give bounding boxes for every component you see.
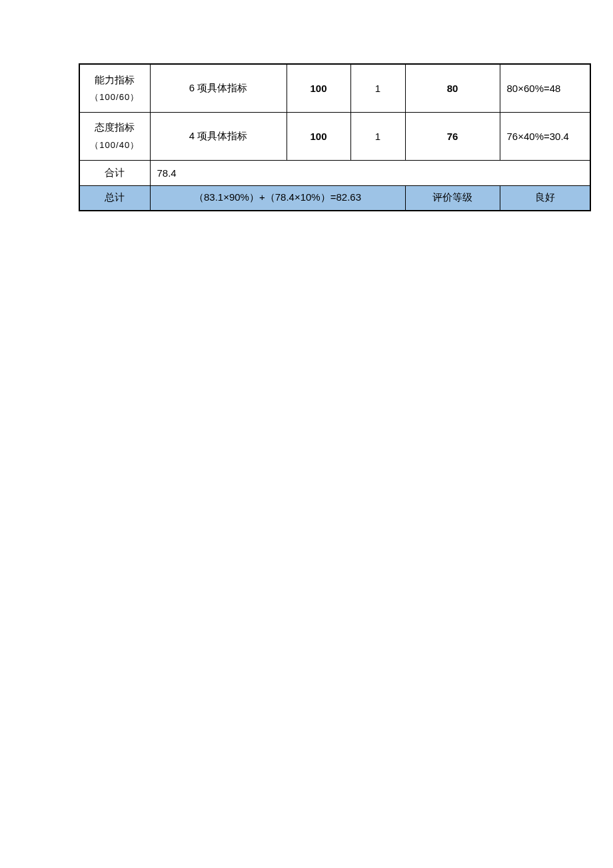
row-label: 态度指标 （100/40） [79,112,150,160]
row-label: 能力指标 （100/60） [79,64,150,112]
row-max: 100 [287,112,350,160]
row-desc: 4 项具体指标 [150,112,287,160]
label-line1: 能力指标 [84,71,146,90]
row-score: 80 [405,64,500,112]
grade-value: 良好 [500,185,590,211]
grade-label: 评价等级 [405,185,500,211]
row-desc: 6 项具体指标 [150,64,287,112]
row-max: 100 [287,64,350,112]
total-label: 总计 [79,185,150,211]
table-row: 能力指标 （100/60） 6 项具体指标 100 1 80 80×60%=48 [79,64,590,112]
evaluation-table: 能力指标 （100/60） 6 项具体指标 100 1 80 80×60%=48… [79,63,591,211]
table-row: 态度指标 （100/40） 4 项具体指标 100 1 76 76×40%=30… [79,112,590,160]
subtotal-row: 合计 78.4 [79,160,590,185]
subtotal-value: 78.4 [150,160,590,185]
row-weight: 1 [350,112,405,160]
row-calc: 76×40%=30.4 [500,112,590,160]
label-line2: （100/60） [84,89,146,106]
label-line2: （100/40） [84,137,146,154]
total-row: 总计 （83.1×90%）+（78.4×10%）=82.63 评价等级 良好 [79,185,590,211]
row-score: 76 [405,112,500,160]
label-line1: 态度指标 [84,118,146,137]
row-weight: 1 [350,64,405,112]
total-formula: （83.1×90%）+（78.4×10%）=82.63 [150,185,405,211]
row-calc: 80×60%=48 [500,64,590,112]
subtotal-label: 合计 [79,160,150,185]
